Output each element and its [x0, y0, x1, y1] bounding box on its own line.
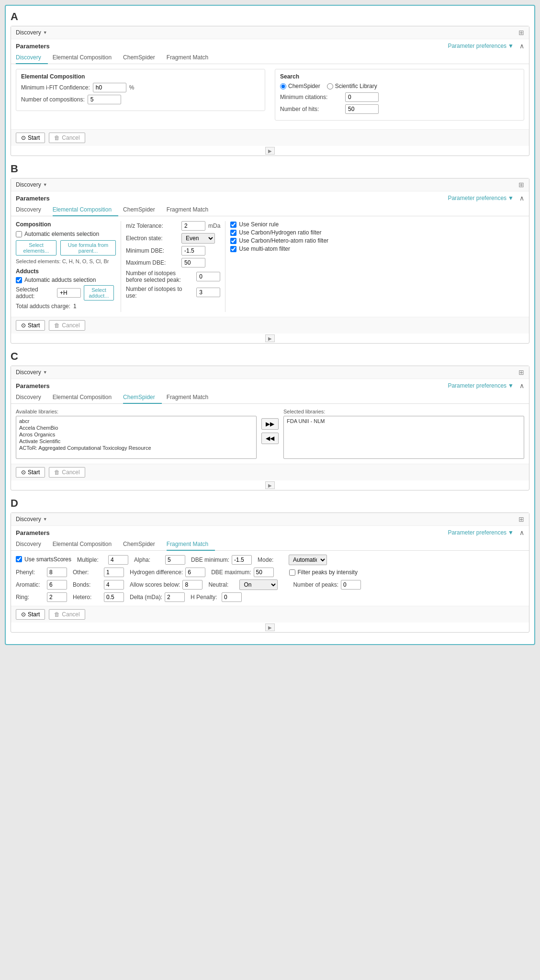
tab-b-fragment[interactable]: Fragment Match: [167, 204, 215, 216]
min-citations-input[interactable]: [345, 92, 379, 102]
d-bonds-input[interactable]: [104, 580, 124, 590]
start-btn-b[interactable]: ⊙ Start: [16, 320, 45, 331]
cancel-btn-a[interactable]: 🗑 Cancel: [49, 133, 85, 143]
chemspider-radio[interactable]: [280, 83, 286, 89]
selected-elements-row: Selected elements: C, H, N, O, S, Cl, Br: [16, 258, 116, 264]
add-lib-btn[interactable]: ▶▶: [261, 418, 279, 430]
lib-item-actor[interactable]: ACToR: Aggregated Computational Toxicolo…: [18, 445, 255, 451]
collapse-btn-a[interactable]: ∧: [519, 42, 524, 50]
tab-c-chemspider[interactable]: ChemSpider: [123, 391, 162, 404]
selected-lib-item-fda[interactable]: FDA UNII - NLM: [285, 418, 522, 424]
d-hdiff-input[interactable]: [185, 568, 205, 577]
elemental-comp-title: Elemental Composition: [21, 73, 260, 80]
num-compositions-row: Number of compositions:: [21, 95, 260, 104]
collapse-btn-d[interactable]: ∧: [519, 529, 524, 536]
d-delta-input[interactable]: [165, 592, 185, 602]
collapse-arrow-d[interactable]: ▶: [265, 624, 275, 631]
tab-c-discovery[interactable]: Discovery: [16, 391, 48, 404]
min-dbe-input[interactable]: [181, 246, 205, 256]
d-allow-scores-input[interactable]: [182, 580, 202, 590]
start-btn-d[interactable]: ⊙ Start: [16, 609, 45, 620]
d-other-input[interactable]: [104, 568, 124, 577]
tab-b-discovery[interactable]: Discovery: [16, 204, 48, 216]
selected-adduct-input[interactable]: [57, 288, 81, 298]
tab-b-elemental[interactable]: Elemental Composition: [53, 204, 118, 216]
filter-chetero-cb[interactable]: [230, 238, 236, 244]
cancel-btn-b[interactable]: 🗑 Cancel: [49, 320, 85, 331]
filter-ch-cb[interactable]: [230, 230, 236, 236]
filter-chetero-label: Use Carbon/Hetero-atom ratio filter: [239, 237, 328, 244]
d-neutral-select[interactable]: OnOff: [239, 579, 278, 590]
panel-b-body: Composition Automatic elements selection…: [11, 216, 529, 317]
discovery-dropdown-c[interactable]: Discovery ▼: [16, 369, 47, 376]
cancel-btn-c[interactable]: 🗑 Cancel: [49, 467, 85, 478]
b-three-col: Composition Automatic elements selection…: [16, 221, 524, 312]
d-num-peaks-input[interactable]: [341, 580, 361, 590]
d-multiple-input[interactable]: [108, 555, 128, 565]
d-mode-select[interactable]: AutomaticManual: [289, 555, 327, 565]
auto-adducts-cb[interactable]: [16, 277, 22, 283]
mz-tol-input[interactable]: [181, 221, 205, 231]
max-dbe-input[interactable]: [181, 258, 205, 267]
d-aromatic-input[interactable]: [47, 580, 67, 590]
d-dbe-min-input[interactable]: [232, 555, 252, 565]
tab-b-chemspider[interactable]: ChemSpider: [123, 204, 162, 216]
discovery-dropdown-a[interactable]: Discovery ▼: [16, 29, 47, 36]
remove-lib-btn[interactable]: ◀◀: [261, 433, 279, 444]
select-elements-btn[interactable]: Select elements...: [16, 240, 56, 256]
d-ring-input[interactable]: [47, 592, 67, 602]
param-prefs-d[interactable]: Parameter preferences ▼: [448, 529, 514, 536]
filter-peaks-cb[interactable]: [289, 569, 295, 576]
tab-a-fragment[interactable]: Fragment Match: [167, 52, 215, 64]
panel-a-left: Elemental Composition Minimum i-FIT Conf…: [16, 69, 265, 124]
lib-item-acros[interactable]: Acros Organics: [18, 431, 255, 438]
d-dbe-max-input[interactable]: [254, 568, 274, 577]
d-alpha-label: Alpha:: [134, 557, 163, 563]
num-compositions-input[interactable]: [88, 95, 121, 104]
filter-senior-cb[interactable]: [230, 222, 236, 228]
collapse-arrow-b[interactable]: ▶: [265, 334, 275, 342]
d-hetero-input[interactable]: [104, 592, 124, 602]
num-isotopes-use-input[interactable]: [196, 288, 220, 297]
lib-item-abcr[interactable]: abcr: [18, 418, 255, 424]
tab-c-elemental[interactable]: Elemental Composition: [53, 391, 118, 404]
discovery-dropdown-b[interactable]: Discovery ▼: [16, 181, 47, 188]
min-ifit-input[interactable]: [93, 83, 126, 92]
filter-multiatom-cb[interactable]: [230, 246, 236, 252]
num-isotopes-before-input[interactable]: [196, 272, 220, 281]
select-adduct-btn[interactable]: Select adduct...: [84, 285, 114, 301]
collapse-btn-b[interactable]: ∧: [519, 194, 524, 202]
d-hpenalty-input[interactable]: [222, 592, 242, 602]
lib-item-accela[interactable]: Accela ChemBio: [18, 424, 255, 431]
panel-d-body: Use smartsScores Multiple: Alpha: DBE mi…: [11, 551, 529, 606]
electron-state-select[interactable]: EvenOddEither: [181, 233, 215, 244]
collapse-arrow-a[interactable]: ▶: [265, 147, 275, 155]
start-btn-c[interactable]: ⊙ Start: [16, 467, 45, 478]
use-smarts-cb[interactable]: [16, 556, 22, 562]
tab-c-fragment[interactable]: Fragment Match: [167, 391, 215, 404]
auto-elements-cb[interactable]: [16, 231, 22, 237]
tab-a-chemspider[interactable]: ChemSpider: [123, 52, 162, 64]
tab-d-discovery[interactable]: Discovery: [16, 538, 48, 551]
collapse-arrow-c[interactable]: ▶: [265, 481, 275, 489]
collapse-btn-c[interactable]: ∧: [519, 382, 524, 390]
d-phenyl-input[interactable]: [47, 568, 67, 577]
chemspider-radio-item[interactable]: ChemSpider: [280, 83, 320, 89]
lib-item-activate[interactable]: Activate Scientific: [18, 438, 255, 445]
tab-a-discovery[interactable]: Discovery: [16, 52, 48, 64]
tab-d-chemspider[interactable]: ChemSpider: [123, 538, 162, 551]
start-btn-a[interactable]: ⊙ Start: [16, 133, 45, 143]
num-hits-input[interactable]: [345, 104, 379, 114]
cancel-btn-d[interactable]: 🗑 Cancel: [49, 609, 85, 620]
scientific-lib-radio[interactable]: [327, 83, 333, 89]
tab-a-elemental[interactable]: Elemental Composition: [53, 52, 118, 64]
param-prefs-a[interactable]: Parameter preferences ▼: [448, 43, 514, 49]
tab-d-elemental[interactable]: Elemental Composition: [53, 538, 118, 551]
param-prefs-b[interactable]: Parameter preferences ▼: [448, 195, 514, 201]
d-alpha-input[interactable]: [165, 555, 185, 565]
param-prefs-c[interactable]: Parameter preferences ▼: [448, 382, 514, 389]
discovery-dropdown-d[interactable]: Discovery ▼: [16, 516, 47, 523]
scientific-lib-radio-item[interactable]: Scientific Library: [327, 83, 377, 89]
use-formula-btn[interactable]: Use formula from parent...: [60, 240, 116, 256]
tab-d-fragment[interactable]: Fragment Match: [167, 538, 215, 551]
